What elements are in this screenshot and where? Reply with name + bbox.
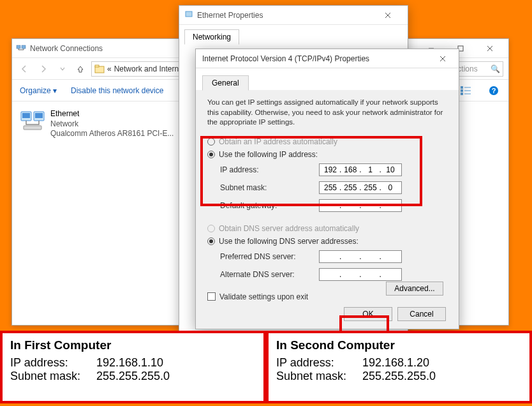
dialog-body: You can get IP settings assigned automat… bbox=[196, 90, 459, 314]
default-gateway-input[interactable]: . . . bbox=[319, 199, 402, 212]
ip-label: IP address: bbox=[10, 356, 96, 370]
alternate-dns-row: Alternate DNS server: . . . bbox=[207, 266, 447, 283]
svg-rect-0 bbox=[17, 45, 20, 49]
ip-address-group: Obtain an IP address automatically Use t… bbox=[207, 135, 447, 214]
second-computer-panel: In Second Computer IP address:192.168.1.… bbox=[266, 331, 532, 403]
ipv4-properties-dialog: Internet Protocol Version 4 (TCP/IPv4) P… bbox=[195, 49, 459, 329]
svg-rect-7 bbox=[95, 65, 99, 67]
svg-rect-24 bbox=[24, 126, 41, 130]
close-button[interactable] bbox=[475, 39, 505, 58]
svg-rect-16 bbox=[461, 93, 463, 95]
ok-button[interactable]: OK bbox=[344, 307, 392, 321]
adapter-device: Qualcomm Atheros AR8161 PCI-E... bbox=[50, 129, 174, 139]
default-gateway-row: Default gateway: . . . bbox=[207, 197, 447, 214]
disable-device-button[interactable]: Disable this network device bbox=[71, 86, 163, 95]
tab-networking[interactable]: Networking bbox=[184, 29, 239, 45]
network-connections-icon bbox=[16, 43, 26, 54]
mask-value: 255.255.255.0 bbox=[362, 370, 436, 383]
subnet-mask-row: Subnet mask: 255. 255. 255. 0 bbox=[207, 179, 447, 197]
ethernet-icon bbox=[20, 109, 45, 132]
svg-rect-14 bbox=[461, 89, 463, 92]
adapter-status: Network bbox=[50, 119, 174, 130]
radio-use-ip[interactable]: Use the following IP address: bbox=[207, 148, 447, 161]
description-text: You can get IP settings assigned automat… bbox=[207, 98, 447, 128]
breadcrumb-item[interactable]: Network and Internet bbox=[114, 64, 185, 73]
tab-general[interactable]: General bbox=[202, 75, 249, 91]
radio-label: Use the following IP address: bbox=[219, 150, 318, 159]
svg-rect-25 bbox=[186, 11, 192, 17]
cancel-button[interactable]: Cancel bbox=[397, 307, 446, 321]
checkbox-icon bbox=[207, 292, 216, 301]
subnet-mask-label: Subnet mask: bbox=[220, 183, 319, 192]
mask-label: Subnet mask: bbox=[276, 370, 362, 383]
close-button[interactable] bbox=[433, 53, 452, 64]
forward-button[interactable] bbox=[36, 62, 50, 76]
ethernet-properties-icon bbox=[184, 10, 193, 21]
dns-group: Obtain DNS server address automatically … bbox=[207, 222, 447, 283]
ip-value: 192.168.1.20 bbox=[362, 356, 429, 370]
radio-label: Obtain an IP address automatically bbox=[219, 137, 337, 146]
svg-rect-1 bbox=[22, 45, 26, 49]
back-button[interactable] bbox=[17, 62, 31, 76]
svg-rect-23 bbox=[35, 113, 43, 118]
dialog-title: Internet Protocol Version 4 (TCP/IPv4) P… bbox=[202, 54, 433, 63]
radio-icon bbox=[207, 237, 215, 245]
subnet-mask-input[interactable]: 255. 255. 255. 0 bbox=[319, 181, 402, 194]
up-button[interactable] bbox=[75, 63, 86, 75]
recent-dropdown[interactable] bbox=[55, 62, 70, 76]
preferred-dns-input[interactable]: . . . bbox=[319, 250, 402, 263]
ip-address-label: IP address: bbox=[220, 165, 319, 174]
instruction-panels: In First Computer IP address:192.168.1.1… bbox=[0, 331, 532, 403]
search-icon: 🔍 bbox=[491, 64, 500, 73]
ethernet-labels: Ethernet Network Qualcomm Atheros AR8161… bbox=[50, 109, 174, 139]
radio-label: Use the following DNS server addresses: bbox=[219, 237, 358, 246]
alternate-dns-label: Alternate DNS server: bbox=[220, 270, 319, 279]
ip-label: IP address: bbox=[276, 356, 362, 370]
ip-value: 192.168.1.10 bbox=[96, 356, 163, 370]
radio-auto-dns[interactable]: Obtain DNS server address automatically bbox=[207, 222, 447, 235]
radio-use-dns[interactable]: Use the following DNS server addresses: bbox=[207, 235, 447, 248]
adapter-name: Ethernet bbox=[50, 109, 174, 119]
organize-menu[interactable]: Organize ▾ bbox=[20, 86, 57, 95]
titlebar: Internet Protocol Version 4 (TCP/IPv4) P… bbox=[196, 49, 459, 68]
svg-text:?: ? bbox=[492, 87, 496, 94]
tab-strip: General bbox=[196, 68, 459, 90]
panel-heading: In Second Computer bbox=[276, 338, 522, 352]
first-computer-panel: In First Computer IP address:192.168.1.1… bbox=[0, 331, 266, 403]
advanced-button[interactable]: Advanced... bbox=[386, 282, 443, 296]
close-button[interactable] bbox=[373, 6, 403, 25]
preferred-dns-label: Preferred DNS server: bbox=[220, 252, 319, 261]
radio-label: Obtain DNS server address automatically bbox=[219, 224, 359, 233]
titlebar: Ethernet Properties bbox=[179, 6, 408, 25]
panel-heading: In First Computer bbox=[10, 338, 256, 352]
radio-icon bbox=[207, 151, 215, 158]
alternate-dns-input[interactable]: . . . bbox=[319, 268, 402, 281]
folder-icon bbox=[94, 64, 105, 74]
view-details-button[interactable] bbox=[459, 84, 473, 98]
preferred-dns-row: Preferred DNS server: . . . bbox=[207, 248, 447, 266]
mask-value: 255.255.255.0 bbox=[96, 370, 170, 383]
breadcrumb-prefix: « bbox=[107, 64, 112, 73]
default-gateway-label: Default gateway: bbox=[220, 201, 319, 210]
tab-strip: Networking bbox=[179, 25, 408, 44]
svg-rect-21 bbox=[22, 113, 30, 118]
svg-rect-12 bbox=[461, 86, 463, 89]
window-title: Ethernet Properties bbox=[197, 11, 373, 20]
radio-icon bbox=[207, 138, 215, 146]
mask-label: Subnet mask: bbox=[10, 370, 96, 383]
ip-address-row: IP address: 192. 168. 1. 10 bbox=[207, 161, 447, 179]
dialog-buttons: OK Cancel bbox=[344, 307, 446, 321]
validate-label: Validate settings upon exit bbox=[219, 292, 308, 301]
ip-address-input[interactable]: 192. 168. 1. 10 bbox=[319, 163, 402, 176]
radio-auto-ip[interactable]: Obtain an IP address automatically bbox=[207, 135, 447, 148]
help-button[interactable]: ? bbox=[487, 84, 501, 98]
radio-icon bbox=[207, 225, 215, 232]
ethernet-adapter-item[interactable]: Ethernet Network Qualcomm Atheros AR8161… bbox=[17, 107, 183, 142]
